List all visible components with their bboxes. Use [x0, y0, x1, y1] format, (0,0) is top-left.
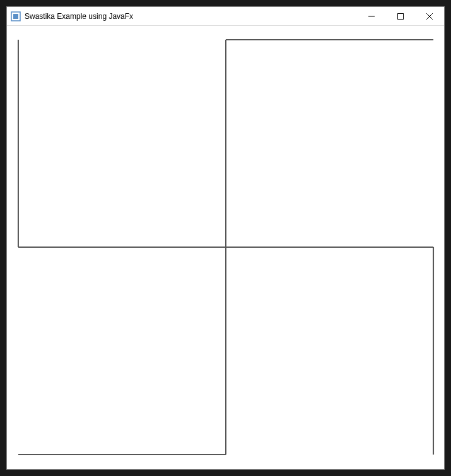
svg-rect-3 [398, 13, 404, 19]
drawing-canvas [7, 26, 444, 469]
svg-rect-1 [13, 14, 18, 19]
window-controls [357, 7, 444, 25]
window-title: Swastika Example using JavaFx [25, 12, 357, 21]
maximize-button[interactable] [386, 7, 415, 25]
titlebar: Swastika Example using JavaFx [7, 7, 444, 26]
canvas-area [7, 26, 444, 469]
app-icon [11, 11, 21, 21]
minimize-button[interactable] [357, 7, 386, 25]
close-button[interactable] [415, 7, 444, 25]
application-window: Swastika Example using JavaFx [6, 6, 445, 470]
